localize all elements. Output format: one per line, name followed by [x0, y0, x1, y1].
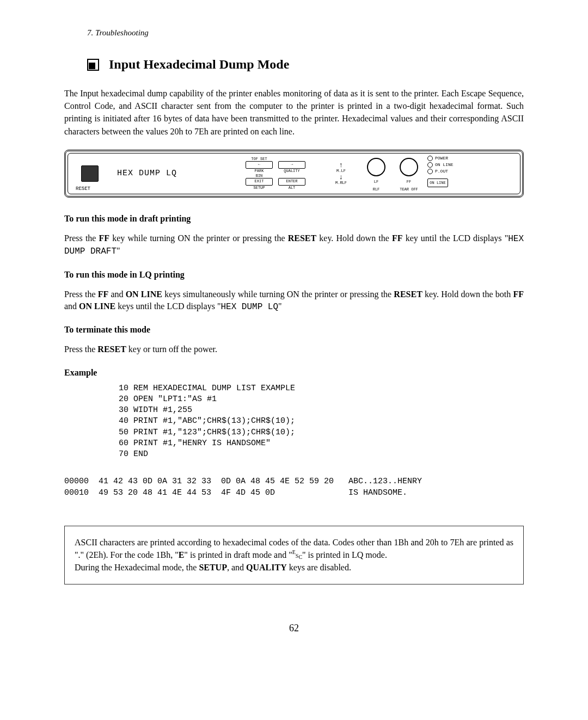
lq-subhead: To run this mode in LQ printing — [64, 270, 524, 280]
power-led-label: POWER — [435, 156, 448, 161]
draft-subhead: To run this mode in draft printing — [64, 214, 524, 224]
example-subhead: Example — [64, 368, 524, 378]
tof-set-label: TOF SET — [251, 157, 267, 161]
online-button[interactable]: ON LINE — [427, 179, 448, 187]
online-led-label: ON LINE — [435, 162, 454, 167]
heading-bullet-icon — [87, 59, 99, 71]
lf-label: LF — [374, 180, 378, 184]
up-arrow-icon: ↑ — [339, 162, 344, 169]
breadcrumb: 7. Troubleshooting — [87, 28, 524, 38]
terminate-subhead: To terminate this mode — [64, 325, 524, 335]
lq-paragraph: Press the FF and ON LINE keys simultaneo… — [64, 288, 524, 313]
hex-output: 00000 41 42 43 0D 0A 31 32 33 0D 0A 48 4… — [64, 476, 524, 499]
pout-led-label: P.OUT — [435, 169, 448, 174]
control-button-grid: TOF SET ← PARK → QUALITY BIN EXIT SETUP — [242, 153, 323, 194]
lcd-display: HEX DUMP LQ — [117, 169, 177, 178]
park-label: PARK — [255, 169, 264, 173]
note-box: ASCII characters are printed according t… — [64, 526, 524, 584]
printer-panel-figure: RESET HEX DUMP LQ TOF SET ← PARK → QUALI… — [64, 150, 524, 198]
page-title: Input Hexadecimal Dump Mode — [109, 57, 289, 72]
reset-button[interactable] — [81, 165, 99, 182]
power-led-icon — [427, 156, 433, 161]
mrlf-label: M.RLF — [335, 181, 347, 185]
draft-paragraph: Press the FF key while turning ON the pr… — [64, 232, 524, 258]
example-code: 10 REM HEXADECIMAL DUMP LIST EXAMPLE 20 … — [119, 383, 524, 460]
reset-label: RESET — [76, 186, 90, 192]
page-number: 62 — [64, 623, 524, 634]
exit-button[interactable]: EXIT — [246, 178, 273, 186]
right-arrow-button[interactable]: → — [278, 161, 305, 169]
pout-led-icon — [427, 169, 433, 174]
tearoff-label: TEAR OFF — [400, 187, 418, 192]
terminate-paragraph: Press the RESET key or turn off the powe… — [64, 343, 524, 355]
rlf-label: RLF — [373, 187, 380, 192]
down-arrow-icon: ↓ — [339, 174, 344, 181]
quality-label: QUALITY — [284, 169, 299, 173]
alt-label: ALT — [289, 186, 296, 190]
online-led-icon — [427, 162, 433, 168]
bin-label: BIN — [256, 174, 263, 178]
setup-label: SETUP — [253, 186, 265, 190]
ff-button[interactable] — [400, 158, 418, 176]
mlf-label: M.LF — [336, 169, 346, 173]
intro-text: The Input hexadecimal dump capability of… — [64, 87, 524, 138]
ff-label: FF — [407, 180, 411, 184]
lf-button[interactable] — [367, 158, 385, 176]
enter-button[interactable]: ENTER — [278, 178, 305, 186]
left-arrow-button[interactable]: ← — [246, 161, 273, 169]
